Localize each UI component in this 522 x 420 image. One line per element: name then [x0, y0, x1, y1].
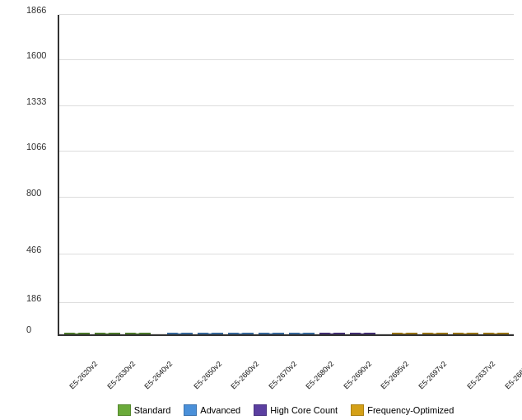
bar-wrapper: [287, 333, 316, 334]
bar-group: [226, 333, 255, 334]
bar-wrapper: [196, 333, 225, 334]
bar: [228, 333, 254, 334]
bar-group: [348, 333, 377, 334]
bar: [350, 333, 375, 334]
bar-wrapper: [93, 333, 122, 334]
bar-dot: [297, 325, 305, 334]
legend-label: Frequency-Optimized: [367, 405, 454, 415]
x-label-item: E5-2670v2: [262, 372, 298, 380]
bar-wrapper: [63, 333, 91, 334]
bar-dot: [206, 325, 214, 334]
y-tick-label: 1866: [26, 5, 46, 15]
bar-group: [165, 333, 194, 334]
y-tick-label: 1333: [26, 96, 46, 106]
y-tick-label: 1600: [26, 50, 46, 60]
bar-group: [287, 333, 316, 334]
chart-container: 18661600133310668004661860 E5-2620v2E5-2…: [0, 0, 522, 420]
bar-dot: [133, 325, 142, 334]
bar-dot: [461, 325, 469, 334]
bar-dot: [358, 325, 366, 334]
bar-wrapper: [421, 333, 450, 334]
bar: [453, 333, 478, 334]
legend: StandardAdvancedHigh Core CountFrequency…: [58, 404, 514, 416]
x-label-text: E5-2650v2: [192, 360, 223, 391]
bar: [167, 333, 193, 334]
legend-item: High Core Count: [254, 404, 338, 416]
bar-dot: [431, 325, 439, 334]
bar: [95, 333, 120, 334]
legend-item: Standard: [118, 404, 171, 416]
bar: [289, 333, 315, 334]
y-tick-label: 800: [26, 188, 41, 198]
x-label-text: E5-2660v2: [230, 360, 261, 391]
x-label-text: E5-2640v2: [142, 360, 174, 391]
bar: [392, 333, 417, 334]
bar: [319, 333, 345, 334]
x-label-text: E5-2667v2: [503, 360, 522, 391]
bar-wrapper: [226, 333, 255, 334]
bar: [422, 333, 448, 334]
x-label-item: E5-2637v2: [460, 372, 496, 380]
bar-group: [390, 333, 419, 334]
bar-dot: [103, 325, 111, 334]
x-label-text: E5-2670v2: [267, 360, 298, 391]
legend-swatch: [351, 404, 364, 416]
x-label-item: E5-2697v2: [412, 372, 448, 380]
bar-group: [63, 333, 91, 334]
bar-group: [124, 333, 152, 334]
x-label-item: E5-2680v2: [299, 372, 335, 380]
y-tick-label: 0: [26, 324, 31, 334]
bar-wrapper: [451, 333, 480, 334]
x-label-item: E5-2620v2: [63, 372, 99, 380]
x-label-item: E5-2660v2: [224, 372, 260, 380]
x-label-text: E5-2680v2: [305, 360, 336, 391]
bar-group: [451, 333, 480, 334]
x-label-item: E5-2640v2: [137, 372, 174, 380]
bar-wrapper: [390, 333, 419, 334]
y-tick-label: 186: [26, 293, 41, 303]
bar: [483, 333, 509, 334]
legend-swatch: [184, 404, 197, 416]
y-tick-label: 466: [26, 245, 41, 254]
x-label-item: E5-2667v2: [498, 372, 522, 380]
x-label-item: E5-2650v2: [187, 372, 223, 380]
bar-dot: [400, 325, 408, 334]
legend-item: Frequency-Optimized: [351, 404, 454, 416]
bar-group: [482, 333, 510, 334]
x-label-text: E5-2695v2: [380, 360, 411, 391]
legend-swatch: [254, 404, 267, 416]
bar-dot: [492, 325, 500, 334]
legend-label: High Core Count: [270, 405, 338, 415]
bar-wrapper: [482, 333, 510, 334]
bars-wrapper: [59, 15, 514, 334]
bar-dot: [267, 325, 275, 334]
bar-wrapper: [165, 333, 194, 334]
x-label-item: E5-2630v2: [100, 372, 137, 380]
legend-label: Standard: [134, 405, 171, 415]
bar-wrapper: [348, 333, 377, 334]
bar-dot: [72, 325, 81, 334]
x-label-text: E5-2690v2: [342, 360, 373, 391]
legend-item: Advanced: [184, 404, 240, 416]
bar-group: [93, 333, 122, 334]
x-label-text: E5-2637v2: [466, 360, 497, 391]
bar: [259, 333, 284, 334]
bar-group: [196, 333, 225, 334]
bar: [198, 333, 223, 334]
bar-dot: [236, 325, 245, 334]
y-tick-label: 1066: [26, 142, 46, 152]
bar-group: [318, 333, 347, 334]
bar-dot: [175, 325, 184, 334]
bar-group: [257, 333, 286, 334]
chart-area: 18661600133310668004661860 E5-2620v2E5-2…: [58, 15, 514, 336]
bar: [125, 333, 151, 334]
bar-wrapper: [318, 333, 347, 334]
x-label-item: E5-2690v2: [337, 372, 373, 380]
bar: [64, 333, 90, 334]
legend-swatch: [118, 404, 131, 416]
bar-group: [421, 333, 450, 334]
x-labels-row: E5-2620v2E5-2630v2E5-2640v2E5-2650v2E5-2…: [59, 372, 514, 380]
legend-label: Advanced: [200, 405, 240, 415]
bar-wrapper: [257, 333, 286, 334]
x-label-item: E5-2695v2: [374, 372, 410, 380]
